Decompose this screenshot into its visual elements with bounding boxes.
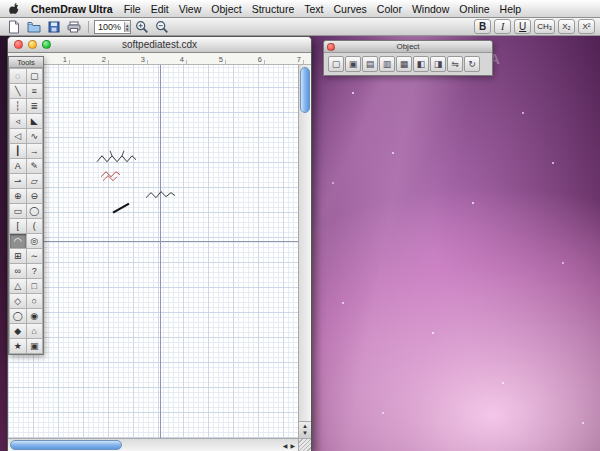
- object-tool-flip-horizontal[interactable]: ⇋: [447, 56, 463, 72]
- zoom-stepper-icon[interactable]: ▴▾: [124, 22, 130, 32]
- tool-chair-cyclohexane[interactable]: ⌂: [27, 324, 43, 338]
- object-tool-marquee-select[interactable]: ▢: [328, 56, 344, 72]
- tool-table[interactable]: ⊞: [10, 249, 26, 263]
- tool-pen[interactable]: ✎: [27, 159, 43, 173]
- tool-marquee[interactable]: ▢: [27, 69, 43, 83]
- apple-menu[interactable]: [4, 2, 25, 15]
- tool-hashed-bond[interactable]: ≣: [27, 99, 43, 113]
- tool-orbital[interactable]: ◎: [27, 234, 43, 248]
- tool-bold-bond[interactable]: ┃: [10, 144, 26, 158]
- tool-query[interactable]: ?: [27, 264, 43, 278]
- tool-hashed-wedge-bond[interactable]: ◃: [10, 114, 26, 128]
- tool-lasso[interactable]: ◌: [10, 69, 26, 83]
- object-tool-distribute[interactable]: ▦: [396, 56, 412, 72]
- superscript-button[interactable]: X²: [578, 19, 595, 34]
- tool-wedge-bond[interactable]: ◣: [27, 114, 43, 128]
- zoom-level-select[interactable]: 100% ▴▾: [94, 20, 131, 34]
- tool-solid-bond[interactable]: ╲: [10, 84, 26, 98]
- menu-item-view[interactable]: View: [174, 3, 207, 15]
- print-button[interactable]: [65, 19, 83, 35]
- object-tool-bring-to-front[interactable]: ◧: [413, 56, 429, 72]
- horizontal-scrollbar-thumb[interactable]: [10, 440, 122, 450]
- menu-item-file[interactable]: File: [119, 3, 146, 15]
- tool-cyclopentane-ring[interactable]: ◇: [10, 294, 26, 308]
- object-tool-send-to-back[interactable]: ◨: [430, 56, 446, 72]
- tool-drawing-elements[interactable]: ▣: [27, 339, 43, 353]
- object-tool-icon: ◨: [434, 60, 443, 69]
- object-tool-group-objects[interactable]: ▣: [345, 56, 361, 72]
- tool-cyclopropane-ring[interactable]: △: [10, 279, 26, 293]
- save-button[interactable]: [45, 19, 63, 35]
- vertical-scrollbar-thumb[interactable]: [300, 67, 310, 113]
- tool-icon: ▭: [13, 207, 22, 216]
- tools-palette-titlebar[interactable]: Tools: [9, 57, 43, 68]
- tool-charge-plus[interactable]: ⊕: [10, 189, 26, 203]
- tool-chain[interactable]: ∼: [27, 249, 43, 263]
- vertical-scrollbar[interactable]: ▲▼: [298, 65, 311, 438]
- object-tool-icon: ▤: [366, 60, 375, 69]
- tool-benzene-ring[interactable]: ◉: [27, 309, 43, 323]
- tool-parenthesis[interactable]: (: [27, 219, 43, 233]
- menu-item-window[interactable]: Window: [407, 3, 454, 15]
- horizontal-scrollbar[interactable]: ◀▶: [8, 438, 298, 451]
- menu-item-online[interactable]: Online: [454, 3, 494, 15]
- tool-bracket[interactable]: [: [10, 219, 26, 233]
- menu-item-text[interactable]: Text: [299, 3, 328, 15]
- tool-arrow[interactable]: ⇀: [10, 174, 26, 188]
- tool-cyclobutane-ring[interactable]: □: [27, 279, 43, 293]
- tool-wavy-bond[interactable]: ∿: [27, 129, 43, 143]
- zoom-out-button[interactable]: [153, 19, 171, 35]
- tool-icon: ◃: [15, 117, 20, 126]
- object-tool-align-center[interactable]: ▥: [379, 56, 395, 72]
- formula-style-button[interactable]: CH₃: [534, 19, 555, 34]
- close-button[interactable]: [14, 40, 23, 49]
- tool-cyclopentadiene-ring[interactable]: ◆: [10, 324, 26, 338]
- tool-charge-minus[interactable]: ⊖: [27, 189, 43, 203]
- new-document-button[interactable]: [5, 19, 23, 35]
- tool-spiro[interactable]: ∞: [10, 264, 26, 278]
- zoom-window-button[interactable]: [42, 40, 51, 49]
- menu-item-color[interactable]: Color: [372, 3, 407, 15]
- menu-item-curves[interactable]: Curves: [329, 3, 372, 15]
- italic-button[interactable]: I: [494, 19, 511, 34]
- tool-rectangle[interactable]: ▭: [10, 204, 26, 218]
- zoom-in-button[interactable]: [133, 19, 151, 35]
- ruler-number: 7: [264, 55, 303, 64]
- menu-item-structure[interactable]: Structure: [247, 3, 300, 15]
- horizontal-scroll-arrows-icon[interactable]: ◀▶: [283, 439, 295, 451]
- underline-button[interactable]: U: [514, 19, 531, 34]
- open-button[interactable]: [25, 19, 43, 35]
- bold-button[interactable]: B: [474, 19, 491, 34]
- tool-icon: ⊕: [14, 192, 22, 201]
- tool-icon: ◁: [14, 132, 21, 141]
- tool-icon: [: [16, 222, 19, 231]
- tool-icon: ◆: [14, 327, 21, 336]
- tool-multiple-bond[interactable]: ≡: [27, 84, 43, 98]
- object-tool-icon: ▦: [400, 60, 409, 69]
- object-palette-close-button[interactable]: [327, 43, 335, 51]
- tool-hollow-wedge-bond[interactable]: ◁: [10, 129, 26, 143]
- tool-text[interactable]: A: [10, 159, 26, 173]
- tool-cycloheptane-ring[interactable]: ◯: [10, 309, 26, 323]
- drawing-canvas[interactable]: [8, 65, 298, 438]
- app-menu[interactable]: ChemDraw Ultra: [25, 3, 119, 15]
- tool-icon: (: [33, 222, 36, 231]
- menu-item-edit[interactable]: Edit: [146, 3, 174, 15]
- object-tool-rotate[interactable]: ↻: [464, 56, 480, 72]
- tool-oval[interactable]: ◯: [27, 204, 43, 218]
- document-titlebar[interactable]: softpediatest.cdx: [8, 37, 311, 53]
- tool-dashed-bond[interactable]: ┆: [10, 99, 26, 113]
- object-palette-titlebar[interactable]: Object: [324, 41, 492, 53]
- tool-arc[interactable]: ◠: [10, 234, 26, 248]
- object-tool-align-left[interactable]: ▤: [362, 56, 378, 72]
- tool-templates[interactable]: ★: [10, 339, 26, 353]
- vertical-scroll-arrows-icon[interactable]: ▲▼: [299, 421, 311, 438]
- minimize-button[interactable]: [28, 40, 37, 49]
- menu-item-help[interactable]: Help: [495, 3, 527, 15]
- resize-grip[interactable]: [298, 438, 311, 451]
- menu-item-object[interactable]: Object: [206, 3, 246, 15]
- tool-cyclohexane-ring[interactable]: ○: [27, 294, 43, 308]
- tool-eraser[interactable]: ▱: [27, 174, 43, 188]
- tool-dative-bond[interactable]: →: [27, 144, 43, 158]
- subscript-button[interactable]: X₂: [558, 19, 575, 34]
